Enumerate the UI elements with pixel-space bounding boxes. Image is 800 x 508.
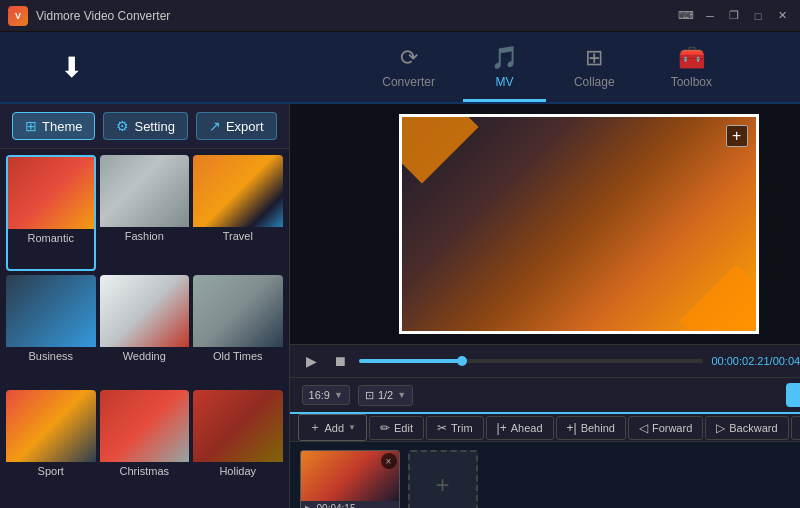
clip-info: ▶ 00:04:15: [301, 501, 399, 508]
business-label: Business: [6, 347, 96, 365]
clip-duration: 00:04:15: [317, 503, 356, 508]
wedding-label: Wedding: [100, 347, 190, 365]
nav-converter-label: Converter: [382, 75, 435, 89]
play-btn[interactable]: ▶: [302, 351, 321, 371]
romantic-thumb: [8, 157, 94, 229]
theme-sport[interactable]: Sport: [6, 390, 96, 502]
bottom-toolbar: ＋ Add ▼ ✏ Edit ✂ Trim |+ Ahead +| Behind…: [290, 412, 800, 441]
format-bar: 16:9 ▼ ⊡ 1/2 ▼ Export: [290, 377, 800, 412]
video-preview: +: [399, 114, 759, 334]
behind-button[interactable]: +| Behind: [556, 416, 626, 440]
tab-bar: ⊞ Theme ⚙ Setting ↗ Export: [0, 104, 289, 149]
export-arrow-icon: ↗: [209, 118, 221, 134]
clip-close-btn[interactable]: ×: [381, 453, 397, 469]
download-arrow: ⬇: [60, 51, 83, 84]
progress-dot: [457, 356, 467, 366]
add-clip-button[interactable]: +: [408, 450, 478, 508]
travel-label: Travel: [193, 227, 283, 245]
add-button[interactable]: ＋ Add ▼: [298, 414, 368, 441]
ahead-button[interactable]: |+ Ahead: [486, 416, 554, 440]
maximize-btn[interactable]: □: [748, 6, 768, 26]
main-content: ⊞ Theme ⚙ Setting ↗ Export Romantic Fash…: [0, 104, 800, 508]
theme-travel[interactable]: Travel: [193, 155, 283, 271]
nav-converter[interactable]: ⟳ Converter: [354, 32, 463, 102]
empty-button[interactable]: 🗑 Empty: [791, 416, 800, 440]
tab-theme[interactable]: ⊞ Theme: [12, 112, 95, 140]
theme-wedding[interactable]: Wedding: [100, 275, 190, 387]
edit-icon: ✏: [380, 421, 390, 435]
nav-toolbox-label: Toolbox: [671, 75, 712, 89]
export-button[interactable]: Export: [786, 383, 800, 407]
holiday-label: Holiday: [193, 462, 283, 480]
theme-business[interactable]: Business: [6, 275, 96, 387]
behind-icon: +|: [567, 421, 577, 435]
oldtimes-thumb: [193, 275, 283, 347]
sport-thumb: [6, 390, 96, 462]
trim-button[interactable]: ✂ Trim: [426, 416, 484, 440]
mv-icon: 🎵: [491, 45, 518, 71]
nav-mv-label: MV: [495, 75, 513, 89]
corner-decoration-tl: [399, 114, 479, 184]
tab-theme-label: Theme: [42, 119, 82, 134]
scissors-icon: ✂: [437, 421, 447, 435]
backward-button[interactable]: ▷ Backward: [705, 416, 788, 440]
theme-holiday[interactable]: Holiday: [193, 390, 283, 502]
toolbox-icon: 🧰: [678, 45, 705, 71]
ahead-icon: |+: [497, 421, 507, 435]
preview-area: +: [290, 104, 800, 344]
nav-toolbox[interactable]: 🧰 Toolbox: [643, 32, 740, 102]
page-arrow-icon: ▼: [397, 390, 406, 400]
progress-bar[interactable]: [359, 359, 704, 363]
theme-fashion[interactable]: Fashion: [100, 155, 190, 271]
romantic-label: Romantic: [8, 229, 94, 247]
theme-oldtimes[interactable]: Old Times: [193, 275, 283, 387]
theme-romantic[interactable]: Romantic: [6, 155, 96, 271]
app-title: Vidmore Video Converter: [36, 9, 170, 23]
playback-controls: ▶ ⏹ 00:00:02.21/00:04:15.12 🔊: [290, 344, 800, 377]
nav-collage-label: Collage: [574, 75, 615, 89]
christmas-label: Christmas: [100, 462, 190, 480]
progress-fill: [359, 359, 462, 363]
keyboard-btn[interactable]: ⌨: [676, 6, 696, 26]
add-frame-btn[interactable]: +: [726, 125, 748, 147]
sport-label: Sport: [6, 462, 96, 480]
video-frame: [402, 117, 756, 331]
timeline: × ▶ 00:04:15 ▶ ✂ ✏ ⊢ + 1 / 1: [290, 441, 800, 508]
add-icon: ＋: [309, 419, 321, 436]
add-dropdown-icon: ▼: [348, 423, 356, 432]
timeline-clip[interactable]: × ▶ 00:04:15 ▶ ✂ ✏ ⊢: [300, 450, 400, 508]
stop-btn[interactable]: ⏹: [329, 351, 351, 371]
time-display: 00:00:02.21/00:04:15.12: [711, 355, 800, 367]
holiday-thumb: [193, 390, 283, 462]
page-select[interactable]: ⊡ 1/2 ▼: [358, 385, 413, 406]
converter-icon: ⟳: [400, 45, 418, 71]
page-icon: ⊡: [365, 389, 374, 402]
app-logo: V: [8, 6, 28, 26]
corner-decoration-br: [679, 264, 759, 334]
wedding-thumb: [100, 275, 190, 347]
theme-christmas[interactable]: Christmas: [100, 390, 190, 502]
travel-thumb: [193, 155, 283, 227]
close-btn[interactable]: ✕: [772, 6, 792, 26]
minimize-btn[interactable]: ─: [700, 6, 720, 26]
nav-bar: ⬇ ⟳ Converter 🎵 MV ⊞ Collage 🧰 Toolbox: [0, 32, 800, 104]
aspect-ratio-select[interactable]: 16:9 ▼: [302, 385, 350, 405]
edit-button[interactable]: ✏ Edit: [369, 416, 424, 440]
theme-grid-icon: ⊞: [25, 118, 37, 134]
clip-duration-icon: ▶: [305, 503, 313, 508]
restore-btn[interactable]: ❐: [724, 6, 744, 26]
fashion-label: Fashion: [100, 227, 190, 245]
fashion-thumb: [100, 155, 190, 227]
business-thumb: [6, 275, 96, 347]
window-controls: ⌨ ─ ❐ □ ✕: [676, 6, 792, 26]
tab-export-label: Export: [226, 119, 264, 134]
title-bar: V Vidmore Video Converter ⌨ ─ ❐ □ ✕: [0, 0, 800, 32]
ratio-arrow-icon: ▼: [334, 390, 343, 400]
tab-export[interactable]: ↗ Export: [196, 112, 277, 140]
backward-icon: ▷: [716, 421, 725, 435]
nav-mv[interactable]: 🎵 MV: [463, 32, 546, 102]
tab-setting[interactable]: ⚙ Setting: [103, 112, 187, 140]
nav-collage[interactable]: ⊞ Collage: [546, 32, 643, 102]
setting-gear-icon: ⚙: [116, 118, 129, 134]
forward-button[interactable]: ◁ Forward: [628, 416, 703, 440]
